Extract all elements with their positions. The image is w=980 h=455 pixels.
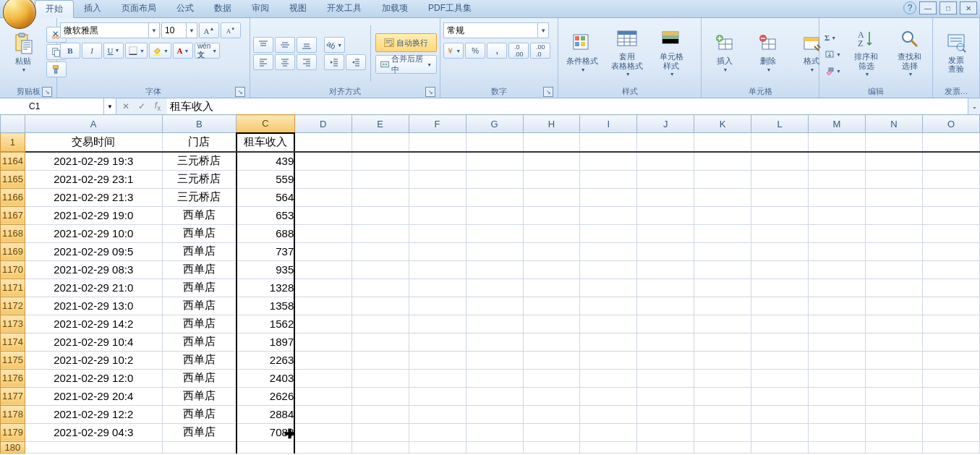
tab-插入[interactable]: 插入 <box>74 0 111 17</box>
cell-I1177[interactable] <box>580 387 637 405</box>
cell-I1168[interactable] <box>580 224 637 242</box>
cell-K1169[interactable] <box>694 242 751 260</box>
cell-M1179[interactable] <box>808 423 865 441</box>
cell-H1175[interactable] <box>523 351 580 369</box>
cell-I1172[interactable] <box>580 297 637 315</box>
fill-color-button[interactable]: ▼ <box>149 43 171 59</box>
cell-B1169[interactable]: 西单店 <box>162 242 237 260</box>
cell-J1166[interactable] <box>637 188 694 206</box>
cell-I1170[interactable] <box>580 260 637 278</box>
cell-C1170[interactable]: 935 <box>237 260 294 278</box>
row-header-1166[interactable]: 1166 <box>1 188 25 206</box>
cell-E1178[interactable] <box>351 405 409 423</box>
cancel-formula-button[interactable]: ✕ <box>119 101 132 111</box>
cell-A1173[interactable]: 2021-02-29 14:2 <box>25 315 162 333</box>
cell-E1167[interactable] <box>351 206 409 224</box>
cell-E1164[interactable] <box>351 152 409 171</box>
cell-G1172[interactable] <box>466 297 523 315</box>
align-middle-button[interactable] <box>275 37 295 53</box>
cell-F1170[interactable] <box>409 260 466 278</box>
decrease-indent-button[interactable] <box>324 54 344 70</box>
number-launcher[interactable]: ↘ <box>543 87 553 97</box>
row-header-1167[interactable]: 1167 <box>1 206 25 224</box>
cell-O1164[interactable] <box>922 152 979 171</box>
cell-J1165[interactable] <box>637 170 694 188</box>
cell-N1179[interactable] <box>865 423 922 441</box>
cell-M1176[interactable] <box>808 369 865 387</box>
cell-B1175[interactable]: 西单店 <box>162 351 237 369</box>
cell-B1170[interactable]: 西单店 <box>162 260 237 278</box>
cell-G1167[interactable] <box>466 206 523 224</box>
cell-J180[interactable] <box>637 441 694 453</box>
cell-H1165[interactable] <box>523 170 580 188</box>
cell-L1170[interactable] <box>751 260 809 278</box>
column-header-L[interactable]: L <box>751 115 809 133</box>
cell-O1[interactable] <box>922 133 979 152</box>
cell-H1164[interactable] <box>523 152 580 171</box>
cell-O1174[interactable] <box>922 333 979 351</box>
cell-H1174[interactable] <box>523 333 580 351</box>
increase-decimal-button[interactable]: .0.00 <box>508 43 529 59</box>
cell-A1170[interactable]: 2021-02-29 08:3 <box>25 260 162 278</box>
cell-I1173[interactable] <box>580 315 637 333</box>
cell-B1179[interactable]: 西单店 <box>162 423 237 441</box>
cell-D1175[interactable] <box>294 351 351 369</box>
column-header-O[interactable]: O <box>922 115 979 133</box>
cell-G1173[interactable] <box>466 315 523 333</box>
cell-C1171[interactable]: 1328 <box>237 278 294 297</box>
cell-E1179[interactable] <box>351 423 409 441</box>
cell-C1174[interactable]: 1897 <box>237 333 294 351</box>
cell-B1165[interactable]: 三元桥店 <box>162 170 237 188</box>
cell-G1170[interactable] <box>466 260 523 278</box>
number-format-combo[interactable]: 常规 ▼ <box>443 22 549 38</box>
cell-F1176[interactable] <box>409 369 466 387</box>
cell-A1177[interactable]: 2021-02-29 20:4 <box>25 387 162 405</box>
cell-N1164[interactable] <box>865 152 922 171</box>
cell-N1168[interactable] <box>865 224 922 242</box>
cell-E1[interactable] <box>351 133 409 152</box>
cell-F1[interactable] <box>409 133 466 152</box>
cell-K1164[interactable] <box>694 152 751 171</box>
cell-H1170[interactable] <box>523 260 580 278</box>
cell-J1169[interactable] <box>637 242 694 260</box>
cell-C1172[interactable]: 1358 <box>237 297 294 315</box>
cell-E1169[interactable] <box>351 242 409 260</box>
column-header-I[interactable]: I <box>580 115 637 133</box>
row-header-1174[interactable]: 1174 <box>1 333 25 351</box>
column-header-M[interactable]: M <box>808 115 865 133</box>
cell-K180[interactable] <box>694 441 751 453</box>
cell-M180[interactable] <box>808 441 865 453</box>
cell-F1178[interactable] <box>409 405 466 423</box>
cell-M1169[interactable] <box>808 242 865 260</box>
cell-J1172[interactable] <box>637 297 694 315</box>
cell-M1174[interactable] <box>808 333 865 351</box>
column-header-K[interactable]: K <box>694 115 751 133</box>
cell-F1165[interactable] <box>409 170 466 188</box>
cell-C1177[interactable]: 2626 <box>237 387 294 405</box>
cell-I1[interactable] <box>580 133 637 152</box>
cell-K1178[interactable] <box>694 405 751 423</box>
decrease-font-button[interactable]: A▼ <box>221 22 241 38</box>
cell-G1164[interactable] <box>466 152 523 171</box>
tab-公式[interactable]: 公式 <box>166 0 204 17</box>
column-header-H[interactable]: H <box>523 115 580 133</box>
cell-N180[interactable] <box>865 441 922 453</box>
cell-H1173[interactable] <box>523 315 580 333</box>
cell-L180[interactable] <box>751 441 809 453</box>
cell-M1167[interactable] <box>808 206 865 224</box>
cell-D1168[interactable] <box>294 224 351 242</box>
alignment-launcher[interactable]: ↘ <box>425 87 435 97</box>
cell-K1179[interactable] <box>694 423 751 441</box>
cell-N1173[interactable] <box>865 315 922 333</box>
row-header-1165[interactable]: 1165 <box>1 170 25 188</box>
cell-I1174[interactable] <box>580 333 637 351</box>
cell-I1178[interactable] <box>580 405 637 423</box>
cell-A1164[interactable]: 2021-02-29 19:3 <box>25 152 162 171</box>
cell-B1164[interactable]: 三元桥店 <box>162 152 237 171</box>
column-header-D[interactable]: D <box>294 115 351 133</box>
cell-A1179[interactable]: 2021-02-29 04:3 <box>25 423 162 441</box>
cell-N1174[interactable] <box>865 333 922 351</box>
cell-N1166[interactable] <box>865 188 922 206</box>
cell-E1177[interactable] <box>351 387 409 405</box>
cell-A1167[interactable]: 2021-02-29 19:0 <box>25 206 162 224</box>
